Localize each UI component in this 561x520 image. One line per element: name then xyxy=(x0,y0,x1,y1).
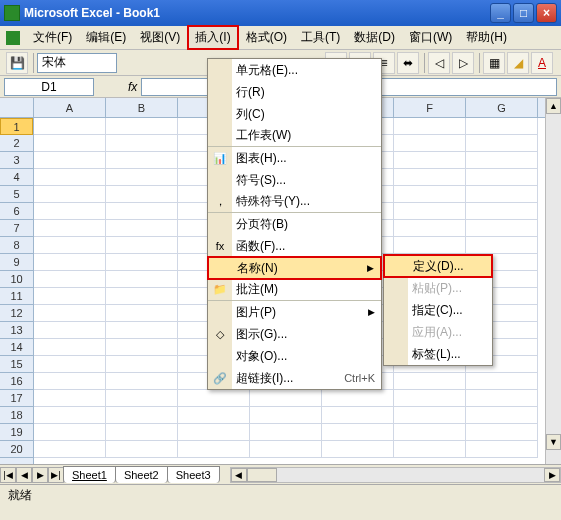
name-box[interactable]: D1 xyxy=(4,78,94,96)
row-header-2[interactable]: 2 xyxy=(0,135,33,152)
cell[interactable] xyxy=(34,288,106,305)
font-color-button[interactable]: A xyxy=(531,52,553,74)
cell[interactable] xyxy=(34,407,106,424)
cell[interactable] xyxy=(34,152,106,169)
cell[interactable] xyxy=(322,407,394,424)
cell[interactable] xyxy=(322,441,394,458)
menu-item-2[interactable]: 列(C) xyxy=(208,103,381,125)
cell[interactable] xyxy=(34,237,106,254)
row-header-20[interactable]: 20 xyxy=(0,441,33,458)
scroll-down-button[interactable]: ▼ xyxy=(546,434,561,450)
menu-item-3[interactable]: 工作表(W) xyxy=(208,125,381,147)
submenu-item-0[interactable]: 定义(D)... xyxy=(384,255,492,277)
cell[interactable] xyxy=(106,424,178,441)
cell[interactable] xyxy=(106,237,178,254)
cell[interactable] xyxy=(250,424,322,441)
tab-last-button[interactable]: ▶| xyxy=(48,467,64,483)
menu-item-1[interactable]: 行(R) xyxy=(208,81,381,103)
row-header-15[interactable]: 15 xyxy=(0,356,33,373)
menu-file[interactable]: 文件(F) xyxy=(27,27,78,48)
cell[interactable] xyxy=(34,135,106,152)
menu-item-7[interactable]: 分页符(B) xyxy=(208,213,381,235)
cell[interactable] xyxy=(106,288,178,305)
cell[interactable] xyxy=(466,169,538,186)
cell[interactable] xyxy=(322,390,394,407)
cell[interactable] xyxy=(466,373,538,390)
cell[interactable] xyxy=(250,390,322,407)
cell[interactable] xyxy=(178,441,250,458)
submenu-item-2[interactable]: 指定(C)... xyxy=(384,299,492,321)
cell[interactable] xyxy=(466,186,538,203)
cell[interactable] xyxy=(34,339,106,356)
submenu-item-4[interactable]: 标签(L)... xyxy=(384,343,492,365)
cell[interactable] xyxy=(250,441,322,458)
row-header-3[interactable]: 3 xyxy=(0,152,33,169)
menu-item-0[interactable]: 单元格(E)... xyxy=(208,59,381,81)
cell[interactable] xyxy=(106,356,178,373)
cell[interactable] xyxy=(34,271,106,288)
menu-item-6[interactable]: ，特殊符号(Y)... xyxy=(208,191,381,213)
cell[interactable] xyxy=(34,186,106,203)
row-header-7[interactable]: 7 xyxy=(0,220,33,237)
col-header-G[interactable]: G xyxy=(466,98,538,117)
cell[interactable] xyxy=(394,220,466,237)
col-header-A[interactable]: A xyxy=(34,98,106,117)
cell[interactable] xyxy=(466,407,538,424)
cell[interactable] xyxy=(34,169,106,186)
cell[interactable] xyxy=(466,203,538,220)
minimize-button[interactable]: _ xyxy=(490,3,511,23)
tab-next-button[interactable]: ▶ xyxy=(32,467,48,483)
menu-item-4[interactable]: 📊图表(H)... xyxy=(208,147,381,169)
scroll-left-button[interactable]: ◀ xyxy=(231,468,247,482)
menu-format[interactable]: 格式(O) xyxy=(240,27,293,48)
cell[interactable] xyxy=(106,118,178,135)
cell[interactable] xyxy=(394,407,466,424)
cell[interactable] xyxy=(106,322,178,339)
row-header-6[interactable]: 6 xyxy=(0,203,33,220)
indent-inc-button[interactable]: ▷ xyxy=(452,52,474,74)
save-button[interactable]: 💾 xyxy=(6,52,28,74)
cell[interactable] xyxy=(106,441,178,458)
cell[interactable] xyxy=(394,186,466,203)
row-header-19[interactable]: 19 xyxy=(0,424,33,441)
cell[interactable] xyxy=(466,220,538,237)
tab-sheet1[interactable]: Sheet1 xyxy=(63,466,116,483)
cell[interactable] xyxy=(34,322,106,339)
cell[interactable] xyxy=(34,305,106,322)
merge-button[interactable]: ⬌ xyxy=(397,52,419,74)
cell[interactable] xyxy=(466,441,538,458)
row-header-16[interactable]: 16 xyxy=(0,373,33,390)
cell[interactable] xyxy=(34,373,106,390)
row-header-12[interactable]: 12 xyxy=(0,305,33,322)
cell[interactable] xyxy=(322,424,394,441)
menu-data[interactable]: 数据(D) xyxy=(348,27,401,48)
scroll-up-button[interactable]: ▲ xyxy=(546,98,561,114)
row-header-17[interactable]: 17 xyxy=(0,390,33,407)
row-header-4[interactable]: 4 xyxy=(0,169,33,186)
cell[interactable] xyxy=(466,424,538,441)
cell[interactable] xyxy=(106,220,178,237)
cell[interactable] xyxy=(394,424,466,441)
cell[interactable] xyxy=(466,237,538,254)
cell[interactable] xyxy=(106,271,178,288)
cell[interactable] xyxy=(466,152,538,169)
menu-item-12[interactable]: ◇图示(G)... xyxy=(208,323,381,345)
cell[interactable] xyxy=(106,390,178,407)
row-header-18[interactable]: 18 xyxy=(0,407,33,424)
cell[interactable] xyxy=(466,118,538,135)
cell[interactable] xyxy=(34,203,106,220)
menu-item-9[interactable]: 名称(N)▶ xyxy=(208,257,381,279)
cell[interactable] xyxy=(34,356,106,373)
col-header-F[interactable]: F xyxy=(394,98,466,117)
close-button[interactable]: × xyxy=(536,3,557,23)
tab-sheet3[interactable]: Sheet3 xyxy=(167,466,220,483)
menu-insert[interactable]: 插入(I) xyxy=(188,26,237,49)
menu-item-13[interactable]: 对象(O)... xyxy=(208,345,381,367)
menu-tools[interactable]: 工具(T) xyxy=(295,27,346,48)
cell[interactable] xyxy=(250,407,322,424)
row-header-13[interactable]: 13 xyxy=(0,322,33,339)
menu-edit[interactable]: 编辑(E) xyxy=(80,27,132,48)
row-header-10[interactable]: 10 xyxy=(0,271,33,288)
row-header-1[interactable]: 1 xyxy=(0,118,33,135)
cell[interactable] xyxy=(106,135,178,152)
